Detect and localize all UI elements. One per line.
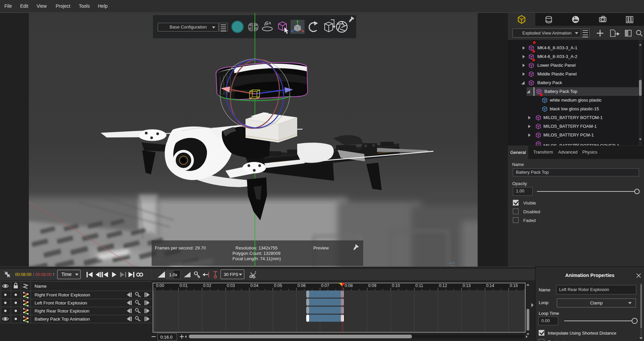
svg-text:00:08:00: 00:08:00 [35,272,52,277]
svg-text:0:04: 0:04 [250,283,258,288]
svg-text:Right Front Rotor Explosion: Right Front Rotor Explosion [35,292,90,297]
svg-text:0:08: 0:08 [344,283,353,288]
svg-text:0:13: 0:13 [463,283,471,288]
svg-text:T: T [53,273,55,277]
svg-text:0:02: 0:02 [203,283,211,288]
svg-text:0:07: 0:07 [321,283,329,288]
svg-text:0:00: 0:00 [156,283,164,288]
svg-text:00:08:00: 00:08:00 [15,272,32,277]
svg-text:0:16.0: 0:16.0 [160,335,172,340]
svg-text:0:15: 0:15 [510,283,518,288]
svg-text:0:09: 0:09 [368,283,376,288]
svg-text:Name: Name [35,284,47,289]
svg-text:Right Rear Rotor Explosion: Right Rear Rotor Explosion [35,308,90,314]
svg-text:0:12: 0:12 [439,283,447,288]
svg-text:Battery Pack Top Animation: Battery Pack Top Animation [35,317,90,322]
svg-text:0:03: 0:03 [227,283,235,288]
svg-text:1.0x: 1.0x [169,272,177,277]
svg-text:30 FPS: 30 FPS [224,272,238,277]
svg-text:0:06: 0:06 [298,283,306,288]
svg-text:0:14: 0:14 [486,283,494,288]
svg-text:0:05: 0:05 [274,283,282,288]
svg-text:/: / [33,272,34,277]
svg-text:0:11: 0:11 [415,283,423,288]
svg-text:0:10: 0:10 [392,283,400,288]
svg-text:Time: Time [61,272,72,277]
svg-text:Left Front Rotor Explosion: Left Front Rotor Explosion [35,300,87,305]
svg-text:0:01: 0:01 [179,283,187,288]
